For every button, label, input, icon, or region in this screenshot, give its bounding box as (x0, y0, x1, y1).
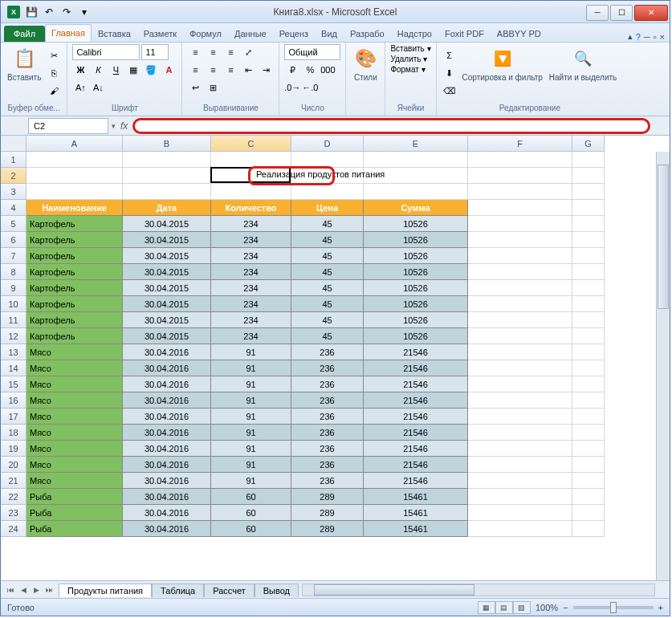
formula-input[interactable] (132, 118, 650, 134)
cell-A16[interactable]: Мясо (26, 392, 123, 409)
cell-C13[interactable]: 91 (211, 344, 291, 360)
cell-A15[interactable]: Мясо (26, 376, 123, 392)
cell-B5[interactable]: 30.04.2015 (123, 216, 211, 232)
cell-G15[interactable] (572, 376, 605, 392)
cell-E11[interactable]: 10526 (364, 312, 468, 328)
cell-C17[interactable]: 91 (211, 409, 291, 425)
undo-icon[interactable]: ↶ (43, 6, 55, 18)
cell-D19[interactable]: 236 (291, 441, 364, 457)
cell-B2[interactable] (123, 168, 211, 184)
cell-E3[interactable] (364, 184, 468, 200)
cell-A4[interactable]: Наименование (26, 200, 123, 216)
cell-E1[interactable] (364, 152, 468, 168)
comma-icon[interactable]: 000 (320, 62, 336, 78)
cell-C22[interactable]: 60 (211, 489, 291, 505)
cell-E6[interactable]: 10526 (364, 232, 468, 248)
cell-E7[interactable]: 10526 (364, 248, 468, 264)
cell-C19[interactable]: 91 (211, 441, 291, 457)
cell-C4[interactable]: Количество (211, 200, 291, 216)
cell-G24[interactable] (572, 521, 605, 537)
cell-A9[interactable]: Картофель (26, 280, 123, 296)
file-tab[interactable]: Файл (4, 26, 45, 42)
cell-F7[interactable] (468, 248, 572, 264)
cell-A8[interactable]: Картофель (26, 264, 123, 280)
cell-E14[interactable]: 21546 (364, 360, 468, 376)
col-header-D[interactable]: D (291, 136, 364, 152)
cell-B3[interactable] (123, 184, 211, 200)
cell-C21[interactable]: 91 (211, 473, 291, 489)
cell-A10[interactable]: Картофель (26, 296, 123, 312)
cell-A2[interactable] (26, 168, 123, 184)
cell-F3[interactable] (468, 184, 572, 200)
cell-D22[interactable]: 289 (291, 489, 364, 505)
cell-E9[interactable]: 10526 (364, 280, 468, 296)
minimize-button[interactable]: ─ (586, 5, 609, 21)
hscroll-thumb[interactable] (314, 584, 474, 596)
row-header-12[interactable]: 12 (1, 328, 26, 344)
cell-F8[interactable] (468, 264, 572, 280)
cell-D14[interactable]: 236 (291, 360, 364, 376)
cell-F17[interactable] (468, 409, 572, 425)
cell-B1[interactable] (123, 152, 211, 168)
cell-C5[interactable]: 234 (211, 216, 291, 232)
cell-A18[interactable]: Мясо (26, 425, 123, 441)
indent-inc-icon[interactable]: ⇥ (258, 62, 274, 78)
cell-C24[interactable]: 60 (211, 521, 291, 537)
cell-G13[interactable] (572, 344, 605, 360)
cell-E23[interactable]: 15461 (364, 505, 468, 521)
row-header-11[interactable]: 11 (1, 312, 26, 328)
orientation-icon[interactable]: ⤢ (240, 44, 256, 60)
italic-button[interactable]: К (90, 62, 106, 78)
cell-D5[interactable]: 45 (291, 216, 364, 232)
wrap-text-icon[interactable]: ↩ (187, 79, 203, 96)
cell-A13[interactable]: Мясо (26, 344, 123, 360)
doc-restore-icon[interactable]: ▫ (654, 32, 657, 42)
doc-minimize-icon[interactable]: ─ (644, 32, 650, 42)
cell-A23[interactable]: Рыба (26, 505, 123, 521)
cell-B19[interactable]: 30.04.2016 (123, 441, 211, 457)
percent-icon[interactable]: % (302, 62, 318, 78)
format-painter-icon[interactable]: 🖌 (46, 83, 62, 99)
cell-G14[interactable] (572, 360, 605, 376)
cell-B10[interactable]: 30.04.2015 (123, 296, 211, 312)
save-icon[interactable]: 💾 (25, 6, 38, 18)
cell-B22[interactable]: 30.04.2016 (123, 489, 211, 505)
cell-B6[interactable]: 30.04.2015 (123, 232, 211, 248)
cell-F5[interactable] (468, 216, 572, 232)
row-header-4[interactable]: 4 (1, 200, 26, 216)
cell-A21[interactable]: Мясо (26, 473, 123, 489)
align-center-icon[interactable]: ≡ (205, 62, 221, 78)
cell-B7[interactable]: 30.04.2015 (123, 248, 211, 264)
row-header-6[interactable]: 6 (1, 232, 26, 248)
cell-G9[interactable] (572, 280, 605, 296)
row-header-2[interactable]: 2 (1, 168, 26, 184)
cell-F15[interactable] (468, 376, 572, 392)
qat-dropdown-icon[interactable]: ▾ (78, 6, 91, 18)
cell-F14[interactable] (468, 360, 572, 376)
zoom-slider[interactable] (573, 606, 654, 609)
align-bottom-icon[interactable]: ≡ (222, 44, 238, 60)
cell-B16[interactable]: 30.04.2016 (123, 392, 211, 409)
cell-C8[interactable]: 234 (211, 264, 291, 280)
cell-G2[interactable] (572, 168, 605, 184)
merge-icon[interactable]: ⊞ (205, 79, 221, 96)
ribbon-tab-4[interactable]: Данные (228, 25, 273, 42)
delete-cells-button[interactable]: Удалить ▾ (390, 55, 427, 63)
cell-G4[interactable] (572, 200, 605, 216)
cell-G5[interactable] (572, 216, 605, 232)
cell-E5[interactable]: 10526 (364, 216, 468, 232)
redo-icon[interactable]: ↷ (60, 6, 73, 18)
row-header-20[interactable]: 20 (1, 457, 26, 473)
cell-E20[interactable]: 21546 (364, 457, 468, 473)
align-left-icon[interactable]: ≡ (187, 62, 203, 78)
ribbon-tab-2[interactable]: Разметк (137, 25, 183, 42)
paste-button[interactable]: 📋 Вставить (6, 44, 43, 83)
cell-F1[interactable] (468, 152, 572, 168)
cell-C15[interactable]: 91 (211, 376, 291, 392)
cell-B13[interactable]: 30.04.2016 (123, 344, 211, 360)
cell-G23[interactable] (572, 505, 605, 521)
cell-C10[interactable]: 234 (211, 296, 291, 312)
cell-D1[interactable] (291, 152, 364, 168)
cell-F19[interactable] (468, 441, 572, 457)
fx-icon[interactable]: fx (116, 120, 132, 132)
